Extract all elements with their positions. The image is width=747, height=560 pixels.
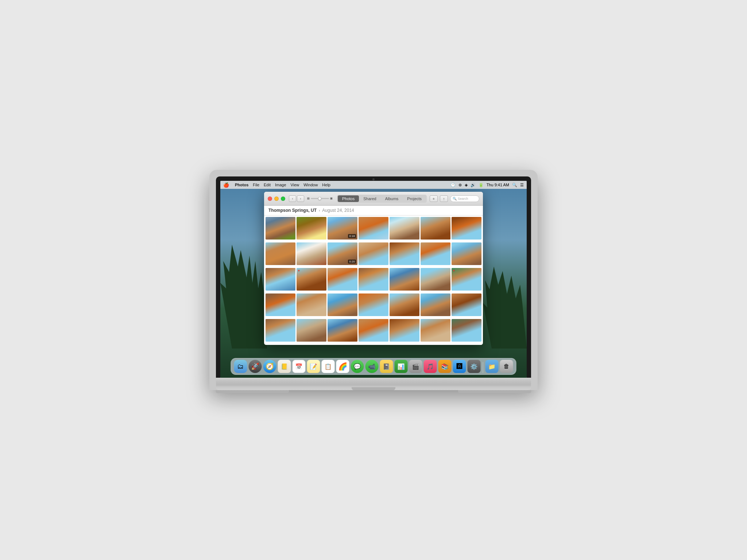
dock-app-launchpad[interactable]: 🚀 (249, 360, 262, 373)
close-button[interactable] (268, 197, 272, 201)
zoom-slider-track[interactable] (311, 198, 329, 199)
photo-cell[interactable] (421, 268, 450, 291)
appstore-icon: 🅰 (457, 363, 462, 370)
ibooks-icon: 📚 (441, 363, 449, 370)
photo-cell[interactable] (359, 242, 388, 265)
photo-cell[interactable] (390, 293, 419, 316)
menubar-edit[interactable]: Edit (264, 183, 271, 187)
photo-cell[interactable] (421, 293, 450, 316)
laptop-foot-left (216, 390, 289, 393)
photo-cell[interactable] (266, 293, 295, 316)
photo-cell[interactable]: ♥ (297, 268, 326, 291)
menubar-app-name[interactable]: Photos (235, 183, 248, 187)
photo-cell[interactable] (328, 268, 357, 291)
dock-app-contacts[interactable]: 📒 (278, 360, 291, 373)
laptop-wrapper: 🍎 Photos File Edit Image View Window Hel… (209, 170, 538, 390)
tab-group: Photos Shared Albums Projects (337, 195, 427, 203)
photo-cell[interactable] (421, 319, 450, 342)
menubar-window[interactable]: Window (303, 183, 318, 187)
video-duration-badge: 0:20 (348, 260, 356, 264)
photo-cell[interactable] (266, 217, 295, 240)
dock-app-photos[interactable]: 🌈 (336, 360, 349, 373)
menubar-sound-icon: 🔊 (471, 183, 476, 187)
dock-app-system-prefs[interactable]: ⚙️ (468, 360, 481, 373)
menubar-search-icon[interactable]: 🔍 (512, 183, 517, 187)
location-name[interactable]: Thompson Springs, UT (268, 208, 317, 213)
photo-cell[interactable] (266, 268, 295, 291)
dock-app-itunes[interactable]: 🎵 (424, 360, 437, 373)
photo-cell[interactable] (359, 293, 388, 316)
laptop-foot-right (458, 390, 531, 393)
share-button[interactable]: ↑ (440, 195, 448, 202)
contacts-icon: 📒 (281, 363, 288, 370)
photo-cell[interactable] (452, 242, 481, 265)
photo-cell[interactable] (359, 268, 388, 291)
photo-cell[interactable] (297, 242, 326, 265)
photo-cell[interactable]: 0:18 (328, 217, 357, 240)
tab-photos[interactable]: Photos (338, 195, 359, 202)
menubar-help[interactable]: Help (322, 183, 330, 187)
photo-cell[interactable] (421, 217, 450, 240)
photo-cell[interactable] (359, 217, 388, 240)
dock-app-notes[interactable]: 📝 (307, 360, 320, 373)
messages-icon: 💬 (354, 363, 361, 370)
window-titlebar: ‹ › ⊟ ⊞ Photos Shared (264, 192, 483, 206)
tab-projects[interactable]: Projects (403, 195, 426, 202)
dock-app-messages[interactable]: 💬 (351, 360, 364, 373)
photo-cell[interactable]: ♥ (452, 268, 481, 291)
dock-app-finder[interactable]: 🗂 (234, 360, 247, 373)
photo-cell[interactable] (297, 293, 326, 316)
tab-shared[interactable]: Shared (359, 195, 380, 202)
photo-cell[interactable] (297, 217, 326, 240)
dock-app-appstore[interactable]: 🅰 (453, 360, 466, 373)
dock-app-dvd[interactable]: 🎬 (409, 360, 422, 373)
menubar-image[interactable]: Image (275, 183, 286, 187)
maximize-button[interactable] (281, 197, 285, 201)
menubar-right: 🕐 ⊛ ◈ 🔊 🔋 Thu 9:41 AM 🔍 ☰ (450, 183, 524, 187)
menubar-view[interactable]: View (291, 183, 299, 187)
dock-app-numbers[interactable]: 📊 (395, 360, 408, 373)
photo-cell[interactable] (297, 319, 326, 342)
photo-cell[interactable] (452, 319, 481, 342)
dock-app-reminders[interactable]: 📋 (322, 360, 335, 373)
trash-icon: 🗑 (504, 363, 510, 370)
menubar-left: 🍎 Photos File Edit Image View Window Hel… (223, 182, 330, 188)
zoom-slider-thumb[interactable] (318, 197, 321, 200)
apple-menu-icon[interactable]: 🍎 (223, 182, 229, 188)
back-button[interactable]: ‹ (289, 195, 296, 202)
photo-cell[interactable] (328, 319, 357, 342)
search-box[interactable]: 🔍 Search (450, 195, 479, 202)
launchpad-icon: 🚀 (251, 362, 259, 370)
system-prefs-icon: ⚙️ (471, 363, 478, 370)
photo-cell[interactable] (390, 242, 419, 265)
photo-cell[interactable]: 0:20 (328, 242, 357, 265)
photo-cell[interactable] (359, 319, 388, 342)
dock-app-safari[interactable]: 🧭 (263, 360, 276, 373)
dock-folder[interactable]: 📁 (485, 360, 499, 373)
photo-cell[interactable] (421, 242, 450, 265)
photo-cell[interactable] (390, 268, 419, 291)
photo-cell[interactable] (328, 293, 357, 316)
tab-albums[interactable]: Albums (381, 195, 403, 202)
dock-app-calendar[interactable]: 📅 (293, 360, 306, 373)
photo-cell[interactable] (266, 242, 295, 265)
add-button[interactable]: + (430, 195, 438, 202)
laptop-body: 🍎 Photos File Edit Image View Window Hel… (209, 170, 538, 390)
dock-app-ibooks[interactable]: 📚 (438, 360, 452, 373)
finder-icon: 🗂 (237, 363, 244, 370)
menubar-clock-icon: 🕐 (450, 183, 456, 187)
photo-cell[interactable] (452, 217, 481, 240)
forward-button[interactable]: › (297, 195, 304, 202)
photo-cell[interactable] (266, 319, 295, 342)
folder-icon: 📁 (488, 363, 496, 370)
dock-trash[interactable]: 🗑 (500, 360, 513, 373)
dock-app-facetime[interactable]: 📹 (365, 360, 379, 373)
photo-cell[interactable] (390, 319, 419, 342)
photo-cell[interactable] (452, 293, 481, 316)
dock-app-stickies[interactable]: 📓 (380, 360, 393, 373)
dvd-icon: 🎬 (412, 363, 419, 370)
minimize-button[interactable] (274, 197, 279, 201)
menubar-list-icon[interactable]: ☰ (520, 183, 524, 187)
menubar-file[interactable]: File (253, 183, 259, 187)
photo-cell[interactable] (390, 217, 419, 240)
